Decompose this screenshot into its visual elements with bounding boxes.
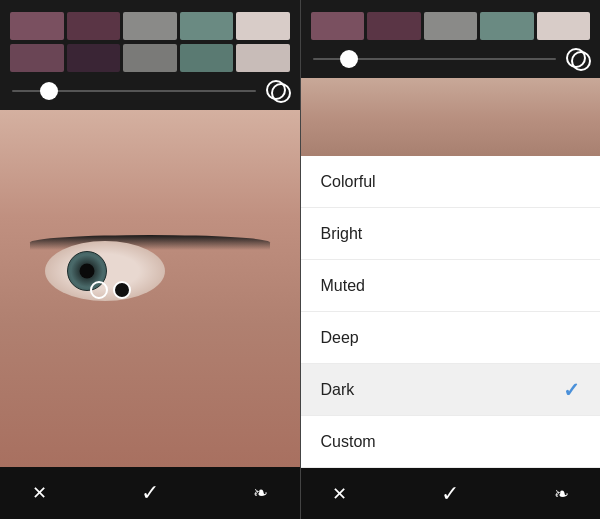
slider-thumb[interactable] xyxy=(40,82,58,100)
right-confirm-button[interactable]: ✓ xyxy=(435,479,465,509)
slider-row xyxy=(0,72,300,110)
right-bottom-bar: ✕ ✓ ❧ xyxy=(301,468,601,519)
swatch-1-5[interactable] xyxy=(236,12,290,40)
swatch-1-2[interactable] xyxy=(67,12,121,40)
right-circle-icon[interactable] xyxy=(566,48,588,70)
swatch-row-2 xyxy=(10,44,290,72)
right-image-strip xyxy=(301,78,601,156)
swatch-1-4[interactable] xyxy=(180,12,234,40)
left-swatches-area xyxy=(0,0,300,72)
menu-item-deep-label: Deep xyxy=(321,329,359,347)
right-swatch-1-4[interactable] xyxy=(480,12,534,40)
eye-circles xyxy=(90,281,131,299)
left-panel: ✕ ✓ ❧ xyxy=(0,0,300,519)
eye-circle-1[interactable] xyxy=(90,281,108,299)
menu-item-colorful-label: Colorful xyxy=(321,173,376,191)
menu-item-custom-label: Custom xyxy=(321,433,376,451)
right-panel: Colorful Bright Muted Deep Dark ✓ Custom… xyxy=(301,0,601,519)
swatch-2-2[interactable] xyxy=(67,44,121,72)
menu-item-custom[interactable]: Custom xyxy=(301,416,601,468)
swatch-2-3[interactable] xyxy=(123,44,177,72)
right-swatch-1-2[interactable] xyxy=(367,12,421,40)
confirm-button[interactable]: ✓ xyxy=(135,478,165,508)
eye-background xyxy=(0,110,300,467)
right-swatch-row-1 xyxy=(311,12,591,40)
dark-checkmark: ✓ xyxy=(563,378,580,402)
swatch-1-1[interactable] xyxy=(10,12,64,40)
left-bottom-bar: ✕ ✓ ❧ xyxy=(0,467,300,519)
pupil xyxy=(79,263,94,278)
cancel-button[interactable]: ✕ xyxy=(24,478,54,508)
menu-item-muted[interactable]: Muted xyxy=(301,260,601,312)
right-swatch-1-3[interactable] xyxy=(424,12,478,40)
right-swatch-1-5[interactable] xyxy=(537,12,591,40)
right-slider-thumb[interactable] xyxy=(340,50,358,68)
right-slider-row xyxy=(301,40,601,78)
menu-item-bright[interactable]: Bright xyxy=(301,208,601,260)
swatch-1-3[interactable] xyxy=(123,12,177,40)
settings-button[interactable]: ❧ xyxy=(246,478,276,508)
right-swatch-1-1[interactable] xyxy=(311,12,365,40)
right-swatches-area xyxy=(301,0,601,40)
swatch-2-1[interactable] xyxy=(10,44,64,72)
right-cancel-button[interactable]: ✕ xyxy=(325,479,355,509)
menu-item-colorful[interactable]: Colorful xyxy=(301,156,601,208)
right-settings-button[interactable]: ❧ xyxy=(546,479,576,509)
left-image-area xyxy=(0,110,300,467)
right-slider-track[interactable] xyxy=(313,58,557,60)
menu-list: Colorful Bright Muted Deep Dark ✓ Custom xyxy=(301,156,601,468)
menu-item-dark-label: Dark xyxy=(321,381,355,399)
swatch-2-5[interactable] xyxy=(236,44,290,72)
swatch-row-1 xyxy=(10,12,290,40)
menu-item-muted-label: Muted xyxy=(321,277,365,295)
eye-circle-2[interactable] xyxy=(113,281,131,299)
menu-item-deep[interactable]: Deep xyxy=(301,312,601,364)
menu-item-bright-label: Bright xyxy=(321,225,363,243)
circle-icon[interactable] xyxy=(266,80,288,102)
right-eye-background xyxy=(301,78,601,156)
menu-item-dark[interactable]: Dark ✓ xyxy=(301,364,601,416)
swatch-2-4[interactable] xyxy=(180,44,234,72)
slider-track[interactable] xyxy=(12,90,256,92)
